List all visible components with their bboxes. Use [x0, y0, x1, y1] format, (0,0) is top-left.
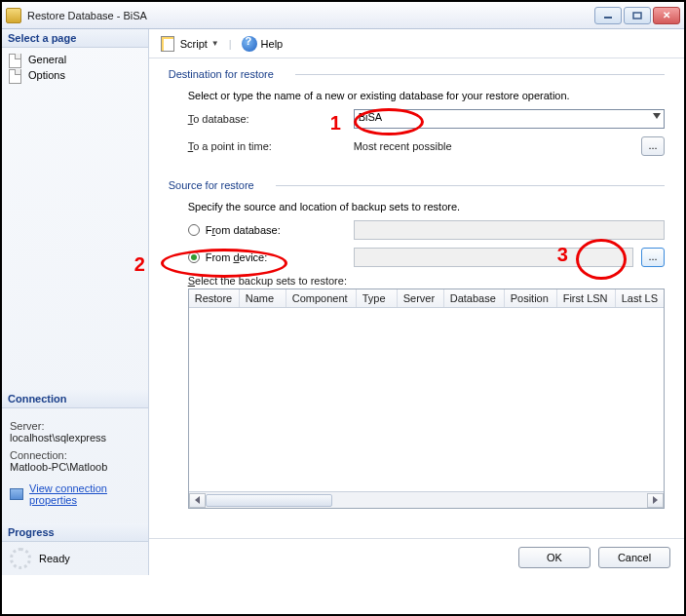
- col-last-lsn[interactable]: Last LS: [616, 289, 664, 307]
- scroll-track[interactable]: [206, 493, 647, 508]
- minimize-button[interactable]: [594, 7, 622, 24]
- destination-desc: Select or type the name of a new or exis…: [188, 90, 665, 101]
- right-panel: Script ▼ | Help Destination for restore …: [149, 29, 684, 575]
- content-area: Destination for restore Select or type t…: [149, 58, 684, 538]
- view-connection-link[interactable]: View connection properties: [29, 482, 140, 506]
- help-button[interactable]: Help: [238, 34, 287, 54]
- select-backup-sets-label: Select the backup sets to restore:: [188, 275, 665, 287]
- page-icon: [8, 68, 23, 82]
- page-label: General: [28, 54, 66, 65]
- to-database-value: BiSA: [359, 111, 382, 123]
- col-first-lsn[interactable]: First LSN: [557, 289, 616, 307]
- progress-state: Ready: [39, 553, 70, 564]
- connection-value: Matloob-PC\Matloob: [10, 461, 140, 473]
- col-name[interactable]: Name: [240, 289, 286, 307]
- col-component[interactable]: Component: [286, 289, 357, 307]
- from-device-radio[interactable]: From device:: [188, 251, 354, 263]
- connection-label: Connection:: [10, 449, 140, 461]
- col-database[interactable]: Database: [444, 289, 505, 307]
- page-item-options[interactable]: Options: [8, 67, 142, 83]
- source-group-title: Source for restore: [169, 179, 665, 191]
- scroll-thumb[interactable]: [206, 494, 332, 507]
- point-in-time-browse-button[interactable]: ...: [641, 136, 665, 156]
- scroll-left-button[interactable]: [189, 493, 206, 508]
- connection-header: Connection: [2, 390, 148, 408]
- source-desc: Specify the source and location of backu…: [188, 201, 665, 212]
- chevron-down-icon: [653, 113, 661, 119]
- titlebar: Restore Database - BiSA ✕: [2, 2, 684, 29]
- from-database-radio[interactable]: From database:: [188, 224, 354, 236]
- to-point-in-time-label: To a point in time:: [188, 140, 354, 152]
- help-icon: [242, 36, 257, 52]
- from-device-browse-button[interactable]: ...: [641, 248, 665, 267]
- col-type[interactable]: Type: [357, 289, 398, 307]
- progress-ring-icon: [10, 548, 31, 569]
- dialog-footer: OK Cancel: [149, 538, 684, 575]
- server-value: localhost\sqlexpress: [10, 432, 140, 443]
- connection-icon: [10, 488, 23, 500]
- grid-header: Restore Name Component Type Server Datab…: [189, 289, 664, 308]
- script-icon: [161, 36, 176, 52]
- radio-checked-icon: [188, 251, 200, 263]
- col-server[interactable]: Server: [398, 289, 444, 307]
- toolbar: Script ▼ | Help: [149, 29, 684, 58]
- col-position[interactable]: Position: [505, 289, 557, 307]
- destination-group-title: Destination for restore: [169, 68, 665, 80]
- chevron-down-icon: ▼: [211, 39, 219, 48]
- from-device-input: [354, 248, 633, 267]
- server-label: Server:: [10, 420, 140, 432]
- to-database-combo[interactable]: BiSA: [354, 109, 665, 129]
- page-label: Options: [28, 69, 65, 81]
- from-database-input: [354, 220, 665, 240]
- svg-rect-1: [633, 13, 641, 19]
- select-page-header: Select a page: [2, 29, 148, 48]
- to-database-label: TTo database:o database:: [188, 113, 354, 125]
- scroll-right-button[interactable]: [647, 493, 664, 508]
- maximize-button[interactable]: [624, 7, 651, 24]
- cancel-button[interactable]: Cancel: [598, 547, 670, 568]
- progress-header: Progress: [2, 523, 148, 542]
- ok-button[interactable]: OK: [518, 547, 591, 568]
- to-point-in-time-value: Most recent possible: [354, 140, 639, 152]
- left-panel: Select a page General Options Connection…: [2, 29, 149, 575]
- window-frame: Restore Database - BiSA ✕ Select a page …: [0, 0, 686, 616]
- grid-body: [189, 308, 664, 491]
- close-button[interactable]: ✕: [653, 7, 680, 24]
- script-label: Script: [180, 38, 208, 50]
- col-restore[interactable]: Restore: [189, 289, 240, 307]
- app-icon: [6, 8, 21, 23]
- radio-icon: [188, 224, 200, 236]
- page-item-general[interactable]: General: [8, 52, 142, 67]
- backup-sets-grid[interactable]: Restore Name Component Type Server Datab…: [188, 289, 665, 509]
- help-label: Help: [261, 38, 284, 50]
- page-icon: [8, 53, 23, 66]
- script-dropdown[interactable]: Script ▼: [157, 34, 223, 54]
- horizontal-scrollbar[interactable]: [189, 491, 664, 508]
- window-title: Restore Database - BiSA: [27, 10, 594, 21]
